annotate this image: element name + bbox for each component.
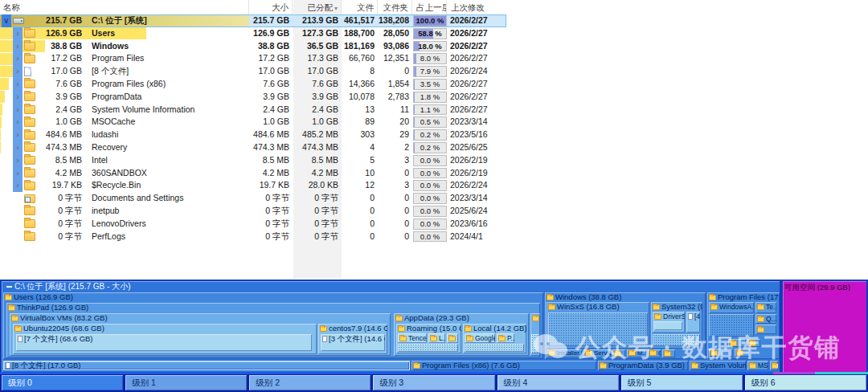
treemap-node-users[interactable]: Users (126.9 GB) ThinkPad (126.9 GB) Vir… xyxy=(3,292,543,359)
treemap-node-small[interactable] xyxy=(612,349,625,357)
treemap-node-tencent[interactable]: Tencen... xyxy=(398,333,427,343)
treemap-node-small[interactable] xyxy=(662,349,675,357)
folder-icon xyxy=(24,118,35,127)
treemap-files-texture[interactable] xyxy=(398,344,458,352)
treemap-node-installer[interactable]: Installer... xyxy=(547,349,582,357)
table-row[interactable]: 0 字节LenovoDrivers0 字节0 字节000.0 %2023/6/1… xyxy=(0,218,506,231)
treemap-drive-c[interactable]: C:\ 位于 [系统] (215.7 GB - 大小) Users (126.9… xyxy=(0,280,781,374)
header-allocated[interactable]: 已分配▾ xyxy=(293,0,342,14)
collapse-arrow-icon[interactable]: › xyxy=(13,40,23,53)
header-name[interactable]: 名称 xyxy=(0,0,249,14)
treemap-node-appdata[interactable]: AppData (29.3 GB) Roaming (15.0 GB) Tenc… xyxy=(394,313,529,356)
level-button-4[interactable]: 级别 4 xyxy=(497,375,619,390)
level-button-2[interactable]: 级别 2 xyxy=(249,375,371,390)
level-button-1[interactable]: 级别 1 xyxy=(125,375,247,390)
treemap-node-windows[interactable]: Windows (38.8 GB) WinSxS (16.8 GB) Syste… xyxy=(545,292,706,359)
header-modified[interactable]: 上次修改 xyxy=(448,0,504,14)
table-row[interactable]: ›19.7 KB$Recycle.Bin19.7 KB28.0 KB1230.0… xyxy=(0,179,506,192)
treemap-node-virtualbox-vms[interactable]: VirtualBox VMs (83.2 GB) Ubuntu22045 (68… xyxy=(10,313,391,356)
collapse-arrow-icon[interactable]: › xyxy=(13,167,23,180)
treemap-files-texture[interactable] xyxy=(531,334,539,353)
table-row[interactable]: ›17.2 GBProgram Files17.2 GB17.3 GB66,76… xyxy=(0,52,506,65)
table-row[interactable]: ›484.6 MBludashi484.6 MB485.2 MB303290.2… xyxy=(0,129,506,141)
table-row[interactable]: ›3.9 GBProgramData3.9 GB3.9 GB10,0782,78… xyxy=(0,91,506,104)
collapse-arrow-icon[interactable]: › xyxy=(13,91,23,104)
table-row[interactable]: ›126.9 GBUsers126.9 GB127.3 GB188,70028,… xyxy=(0,27,506,40)
table-row[interactable]: ›38.8 GBWindows38.8 GB36.5 GB181,16993,0… xyxy=(0,40,506,53)
level-button-0[interactable]: 级别 0 xyxy=(2,375,123,390)
treemap-node-small[interactable] xyxy=(709,349,733,357)
table-row[interactable]: ›474.3 MBRecovery474.3 MB474.3 MB420.2 %… xyxy=(0,141,506,154)
level-button-3[interactable]: 级别 3 xyxy=(373,375,494,390)
treemap-node-small-folder[interactable] xyxy=(447,333,458,343)
treemap-node-4-files[interactable]: [4... xyxy=(686,312,700,333)
treemap-node-thinkpad[interactable]: ThinkPad (126.9 GB) VirtualBox VMs (83.2… xyxy=(6,303,540,357)
treemap-node-google[interactable]: Google... xyxy=(465,333,495,343)
header-folders[interactable]: 文件夹 xyxy=(379,0,412,14)
collapse-arrow-icon[interactable]: › xyxy=(13,154,23,167)
treemap-node-winsxs[interactable]: WinSxS (16.8 GB) xyxy=(547,302,649,349)
treemap-node-system-volume-information[interactable]: System Volume... xyxy=(690,361,746,370)
collapse-arrow-icon[interactable]: › xyxy=(13,141,23,154)
folder-icon xyxy=(649,350,657,356)
treemap-node-d[interactable]: D... xyxy=(530,313,540,356)
treemap-node-l[interactable]: L... xyxy=(428,333,445,343)
treemap-node-driverstore[interactable]: DriverS... xyxy=(653,312,685,333)
treemap-files-texture[interactable] xyxy=(653,334,700,346)
treemap-files-texture[interactable] xyxy=(465,344,524,352)
treemap-node-local[interactable]: Local (14.2 GB) Google... P... xyxy=(463,324,526,353)
table-row[interactable]: ›17.0 GB[8 个文件]17.0 GB17.0 GB807.9 %2026… xyxy=(0,65,506,78)
treemap-node-small[interactable] xyxy=(770,361,778,370)
node-label: Tencen... xyxy=(398,333,427,343)
header-percent[interactable]: 占上一层 %... xyxy=(413,0,447,14)
table-row[interactable]: ›7.6 GBProgram Files (x86)7.6 GB7.6 GB14… xyxy=(0,78,506,91)
treemap-node-windowsapps[interactable]: WindowsA... xyxy=(709,302,754,313)
collapse-arrow-icon[interactable]: › xyxy=(13,27,23,40)
treemap-node-p[interactable]: P... xyxy=(497,333,514,343)
table-row[interactable]: 0 字节Documents and Settings0 字节0 字节000.0 … xyxy=(0,192,506,205)
treemap-node-system32[interactable]: System32 (9.8 G... DriverS... [4... xyxy=(651,302,702,349)
table-row[interactable]: ›4.2 MB360SANDBOX4.2 MB4.2 MB1000.0 %202… xyxy=(0,167,506,180)
treemap-node-servicing[interactable]: Servic... xyxy=(583,349,611,357)
treemap-node-3-files[interactable]: [3 个文件] (14.6 G... xyxy=(321,334,385,351)
treemap-node-small[interactable] xyxy=(728,339,746,347)
table-row[interactable]: 0 字节PerfLogs0 字节0 字节000.0 %2024/4/1 xyxy=(0,231,506,243)
treemap-node-ubuntu22045[interactable]: Ubuntu22045 (68.6 GB) [7 个文件] (68.6 GB) xyxy=(13,324,317,354)
treemap-node-8-files[interactable]: [8 个文件] (17.0 GB) xyxy=(3,361,410,370)
treemap-node-programdata[interactable]: ProgramData (3.9 GB) xyxy=(598,361,688,370)
level-button-6[interactable]: 级别 6 xyxy=(745,375,866,390)
treemap-node-roaming[interactable]: Roaming (15.0 GB) Tencen... L... xyxy=(396,324,461,353)
collapse-arrow-icon[interactable]: › xyxy=(13,78,23,91)
table-row[interactable]: ›1.0 GBMSOCache1.0 GB1.0 GB89200.5 %2023… xyxy=(0,116,506,129)
table-row[interactable]: 0 字节inetpub0 字节0 字节000.0 %2025/6/24 xyxy=(0,205,506,218)
level-button-5[interactable]: 级别 5 xyxy=(621,375,743,390)
treemap-node-small[interactable] xyxy=(747,339,760,347)
treemap-free-space[interactable]: 可用空间 (29.9 GB) xyxy=(781,280,868,374)
treemap-node-centos79[interactable]: centos7.9 (14.6 GB) [3 个文件] (14.6 G... xyxy=(318,324,387,354)
collapse-arrow-icon[interactable]: › xyxy=(13,104,23,116)
treemap-node-small[interactable] xyxy=(755,325,776,334)
treemap-node-msocache[interactable]: MS... xyxy=(747,361,768,370)
treemap-files-texture[interactable] xyxy=(709,314,754,337)
treemap-files-texture[interactable] xyxy=(548,312,648,346)
table-row[interactable]: ∨215.7 GBC:\ 位于 [系统]215.7 GB213.9 GB461,… xyxy=(0,14,506,27)
treemap-node-inner[interactable] xyxy=(654,321,682,330)
expand-arrow-icon[interactable]: ∨ xyxy=(2,14,11,27)
header-files[interactable]: 文件 xyxy=(342,0,378,14)
table-row[interactable]: ›8.5 MBIntel8.5 MB8.5 MB530.0 %2026/2/19 xyxy=(0,154,506,167)
treemap-node-7-files[interactable]: [7 个文件] (68.6 GB) xyxy=(16,334,312,351)
treemap-node-q[interactable]: Q... xyxy=(755,314,776,324)
table-row[interactable]: ›2.4 GBSystem Volume Information2.4 GB2.… xyxy=(0,104,506,116)
collapse-arrow-icon[interactable]: › xyxy=(13,52,23,65)
treemap-node-g[interactable]: G... xyxy=(648,349,661,357)
treemap-node-program-files[interactable]: Program Files (17.2 ... WindowsA... Te..… xyxy=(707,292,780,359)
treemap-node-te[interactable]: Te... xyxy=(755,302,776,313)
collapse-arrow-icon[interactable]: › xyxy=(13,116,23,129)
collapse-arrow-icon[interactable]: › xyxy=(13,129,23,141)
treemap-node-program-files-x86[interactable]: Program Files (x86) (7.6 GB) xyxy=(411,361,596,370)
collapse-arrow-icon[interactable]: › xyxy=(13,179,23,192)
collapse-arrow-icon[interactable]: › xyxy=(13,65,23,78)
treemap-node-m[interactable]: M... xyxy=(627,349,646,357)
header-size[interactable]: 大小 xyxy=(250,0,293,14)
treemap-node-small[interactable] xyxy=(735,349,751,357)
